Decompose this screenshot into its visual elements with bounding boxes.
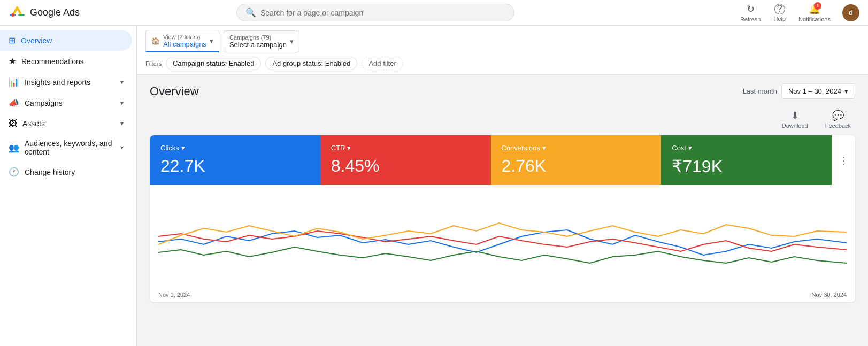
- campaign-dropdown[interactable]: Campaigns (79) Select a campaign ▾: [224, 30, 299, 52]
- user-avatar[interactable]: d: [842, 4, 859, 21]
- campaign-status-chip[interactable]: Campaign status: Enabled: [166, 57, 261, 70]
- filter-bar: 🏠 View (2 filters) All campaigns ▾ Campa…: [137, 26, 868, 75]
- sidebar-item-recommendations-label: Recommendations: [21, 57, 84, 66]
- assets-chevron-icon: ▾: [120, 120, 124, 127]
- refresh-label: Refresh: [740, 16, 761, 22]
- sidebar-item-audiences[interactable]: 👥 Audiences, keywords, and content ▾: [0, 134, 132, 162]
- header-actions: ↻ Refresh ? Help 🔔 1 Notifications d: [735, 1, 859, 25]
- main-layout: ⊞ Overview ★ Recommendations 📊 Insights …: [0, 26, 868, 346]
- cost-label: Cost: [672, 144, 686, 152]
- recommendations-icon: ★: [9, 56, 16, 66]
- page-content-area: Overview Last month Nov 1 – 30, 2024 ▾ ⬇…: [137, 75, 868, 311]
- ctr-label: CTR: [331, 144, 345, 152]
- sidebar-item-recommendations[interactable]: ★ Recommendations: [0, 51, 132, 72]
- stats-header: Clicks ▾ 22.7K CTR ▾ 8.45%: [150, 135, 855, 185]
- feedback-label: Feedback: [825, 122, 851, 129]
- top-header: Google Ads 🔍 ↻ Refresh ? Help 🔔 1 Notifi…: [0, 0, 868, 26]
- search-icon: 🔍: [245, 7, 256, 18]
- conversions-dropdown-icon: ▾: [542, 144, 546, 152]
- logo-area: Google Ads: [9, 4, 126, 21]
- search-input[interactable]: [260, 9, 505, 17]
- main-content: 🏠 View (2 filters) All campaigns ▾ Campa…: [137, 26, 868, 346]
- date-range-dropdown[interactable]: Nov 1 – 30, 2024 ▾: [781, 83, 855, 99]
- date-value: Nov 1 – 30, 2024: [788, 87, 841, 95]
- cost-stat[interactable]: Cost ▾ ₹719K: [661, 135, 832, 185]
- chart-dates: Nov 1, 2024 Nov 30, 2024: [150, 289, 855, 302]
- view-dropdown[interactable]: 🏠 View (2 filters) All campaigns ▾: [145, 30, 219, 52]
- campaigns-chevron-icon: ▾: [120, 99, 124, 107]
- conversions-stat[interactable]: Conversions ▾ 2.76K: [491, 135, 662, 185]
- sidebar-item-overview-label: Overview: [21, 36, 52, 45]
- audiences-chevron-icon: ▾: [120, 144, 124, 151]
- filter-row-2: Filters Campaign status: Enabled Ad grou…: [145, 57, 859, 70]
- clicks-value: 22.7K: [160, 156, 310, 176]
- notification-badge: 1: [814, 2, 821, 10]
- insights-chevron-icon: ▾: [120, 79, 124, 86]
- page-title: Overview: [150, 84, 199, 98]
- help-icon: ?: [774, 4, 785, 14]
- more-options-button[interactable]: ⋮: [832, 135, 855, 185]
- cost-value: ₹719K: [672, 156, 821, 176]
- download-icon: ⬇: [791, 110, 799, 121]
- filters-label: Filters: [145, 60, 162, 67]
- view-filter-value: All campaigns: [163, 40, 206, 48]
- filter-row-1: 🏠 View (2 filters) All campaigns ▾ Campa…: [145, 30, 859, 52]
- campaign-dropdown-chevron-icon: ▾: [290, 37, 294, 45]
- help-button[interactable]: ? Help: [768, 2, 791, 24]
- insights-icon: 📊: [9, 77, 19, 87]
- date-dropdown-chevron-icon: ▾: [844, 87, 848, 95]
- view-dropdown-chevron-icon: ▾: [210, 37, 213, 45]
- cost-dropdown-icon: ▾: [688, 144, 692, 152]
- ctr-dropdown-icon: ▾: [347, 144, 351, 152]
- chart-start-date: Nov 1, 2024: [158, 291, 190, 298]
- feedback-icon: 💬: [832, 110, 844, 121]
- add-filter-button[interactable]: Add filter: [362, 57, 403, 70]
- clicks-stat[interactable]: Clicks ▾ 22.7K: [150, 135, 320, 185]
- refresh-icon: ↻: [747, 3, 755, 15]
- action-bar: ⬇ Download 💬 Feedback: [150, 107, 855, 131]
- history-icon: 🕐: [9, 167, 19, 177]
- ctr-value: 8.45%: [331, 156, 480, 176]
- notification-icon-wrap: 🔔 1: [809, 3, 820, 15]
- campaign-filter-value: Select a campaign: [229, 41, 287, 49]
- home-icon: 🏠: [151, 37, 160, 45]
- conversions-value: 2.76K: [502, 156, 651, 176]
- search-bar[interactable]: 🔍: [236, 4, 514, 21]
- sidebar-item-campaigns[interactable]: 📣 Campaigns ▾: [0, 93, 132, 113]
- chart-end-date: Nov 30, 2024: [812, 291, 847, 298]
- ad-group-status-chip[interactable]: Ad group status: Enabled: [265, 57, 357, 70]
- assets-icon: 🖼: [9, 119, 17, 128]
- download-label: Download: [782, 122, 808, 129]
- sidebar-item-insights-reports[interactable]: 📊 Insights and reports ▾: [0, 72, 132, 93]
- campaign-filter-label: Campaigns (79): [229, 34, 287, 41]
- overview-icon: ⊞: [9, 35, 16, 45]
- refresh-button[interactable]: ↻ Refresh: [735, 1, 766, 25]
- svg-point-1: [11, 13, 14, 17]
- sidebar-item-campaigns-label: Campaigns: [25, 99, 63, 107]
- date-range-label: Last month: [743, 87, 777, 95]
- notifications-button[interactable]: 🔔 1 Notifications: [793, 1, 836, 25]
- logo-text: Google Ads: [30, 7, 80, 18]
- campaigns-icon: 📣: [9, 98, 19, 108]
- clicks-label: Clicks: [160, 144, 179, 152]
- page-header: Overview Last month Nov 1 – 30, 2024 ▾: [150, 83, 855, 99]
- conversions-label: Conversions: [502, 144, 540, 152]
- sidebar-item-insights-label: Insights and reports: [25, 78, 90, 87]
- sidebar: ⊞ Overview ★ Recommendations 📊 Insights …: [0, 26, 137, 346]
- sidebar-item-assets[interactable]: 🖼 Assets ▾: [0, 113, 132, 134]
- sidebar-item-audiences-label: Audiences, keywords, and content: [25, 139, 120, 156]
- stats-card: Clicks ▾ 22.7K CTR ▾ 8.45%: [150, 135, 855, 302]
- audiences-icon: 👥: [9, 143, 19, 153]
- google-ads-logo: [9, 4, 26, 21]
- sidebar-item-overview[interactable]: ⊞ Overview: [0, 30, 132, 51]
- sidebar-item-change-history[interactable]: 🕐 Change history: [0, 162, 132, 182]
- chart-area: [150, 185, 855, 289]
- notifications-label: Notifications: [798, 16, 831, 22]
- help-label: Help: [773, 16, 786, 22]
- download-button[interactable]: ⬇ Download: [778, 107, 812, 131]
- ctr-stat[interactable]: CTR ▾ 8.45%: [320, 135, 491, 185]
- clicks-dropdown-icon: ▾: [181, 144, 185, 152]
- date-range-area: Last month Nov 1 – 30, 2024 ▾: [743, 83, 855, 99]
- feedback-button[interactable]: 💬 Feedback: [821, 107, 855, 131]
- performance-chart: [158, 194, 847, 279]
